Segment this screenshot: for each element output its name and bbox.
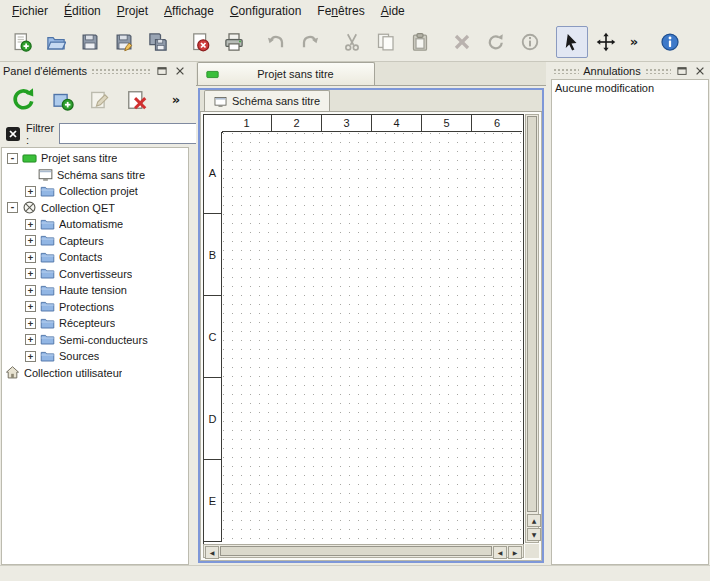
tree-item-sources[interactable]: +Sources	[2, 348, 188, 365]
paste-button[interactable]	[404, 26, 436, 58]
workspace: Projet sans titre Schéma sans titre 12	[196, 62, 546, 565]
file-new-button[interactable]	[6, 26, 38, 58]
tab-projet-sans-titre[interactable]: Projet sans titre	[197, 62, 375, 85]
move-button[interactable]	[590, 26, 622, 58]
menu-edition[interactable]: Édition	[56, 2, 109, 20]
schema-canvas[interactable]	[223, 133, 522, 543]
menu-affichage[interactable]: Affichage	[156, 2, 222, 20]
schema-paper: 123456 ABCDE	[203, 114, 524, 545]
tree-item-collection-qet[interactable]: -Collection QET	[2, 200, 188, 217]
undo-button[interactable]	[260, 26, 292, 58]
vertical-scrollbar-thumb[interactable]	[527, 116, 537, 512]
tree-item-label: Automatisme	[59, 218, 123, 230]
save-as-icon	[114, 32, 134, 52]
filter-input[interactable]	[59, 123, 209, 144]
close-button[interactable]	[693, 64, 707, 78]
menu-projet[interactable]: Projet	[109, 2, 156, 20]
file-close-icon	[190, 32, 210, 52]
info-blue-button[interactable]	[654, 26, 686, 58]
save-button[interactable]	[74, 26, 106, 58]
menu-fichier[interactable]: Fichier	[4, 2, 56, 20]
scroll-right-button[interactable]: ▶	[508, 546, 522, 559]
main-toolbar: »	[0, 22, 710, 62]
cut-button[interactable]	[336, 26, 368, 58]
tree-item-schema-sans-titre[interactable]: Schéma sans titre	[2, 167, 188, 184]
tree-item-label: Collection QET	[41, 202, 115, 214]
project-tabbar: Projet sans titre	[196, 62, 546, 86]
expand-icon[interactable]: +	[25, 318, 36, 329]
tree-item-recepteurs[interactable]: +Récepteurs	[2, 315, 188, 332]
element-delete-button[interactable]	[121, 84, 153, 116]
float-button[interactable]	[675, 64, 689, 78]
scroll-left-button[interactable]: ◀	[493, 546, 507, 559]
home-icon	[5, 365, 20, 380]
tree-item-contacts[interactable]: +Contacts	[2, 249, 188, 266]
collapse-icon[interactable]: -	[7, 202, 18, 213]
cut-icon	[342, 32, 362, 52]
menu-configuration[interactable]: Configuration	[222, 2, 309, 20]
filter-clear-button[interactable]	[5, 124, 21, 144]
expand-icon[interactable]: +	[25, 334, 36, 345]
elements-panel-titlebar[interactable]: Panel d'éléments	[0, 62, 190, 79]
expand-icon[interactable]: +	[25, 252, 36, 263]
tree-item-label: Collection utilisateur	[24, 367, 122, 379]
column-headers: 123456	[222, 115, 522, 132]
panel-overflow-button[interactable]: »	[167, 84, 185, 116]
vertical-scrollbar[interactable]: ▲ ▼	[525, 114, 539, 543]
tree-item-haute-tension[interactable]: +Haute tension	[2, 282, 188, 299]
menu-fenetres[interactable]: Fenêtres	[309, 2, 372, 20]
menu-aide[interactable]: Aide	[373, 2, 413, 20]
tree-item-automatisme[interactable]: +Automatisme	[2, 216, 188, 233]
folder-icon	[40, 233, 55, 248]
save-all-button[interactable]	[142, 26, 174, 58]
overflow-button[interactable]: »	[624, 26, 644, 58]
reload-button[interactable]	[5, 81, 42, 118]
delete-button[interactable]	[446, 26, 478, 58]
undo-panel-titlebar[interactable]: Annulations	[550, 62, 710, 79]
tab-schema-sans-titre[interactable]: Schéma sans titre	[204, 90, 330, 111]
rotate-icon	[486, 32, 506, 52]
tree-item-capteurs[interactable]: +Capteurs	[2, 233, 188, 250]
undo-icon	[266, 32, 286, 52]
tree-item-semi-conducteurs[interactable]: +Semi-conducteurs	[2, 332, 188, 349]
expand-icon[interactable]: +	[25, 301, 36, 312]
folder-icon	[40, 217, 55, 232]
save-as-button[interactable]	[108, 26, 140, 58]
tree-item-convertisseurs[interactable]: +Convertisseurs	[2, 266, 188, 283]
pointer-button[interactable]	[556, 26, 588, 58]
scroll-up-button[interactable]: ▲	[527, 514, 541, 527]
expand-icon[interactable]: +	[25, 219, 36, 230]
copy-button[interactable]	[370, 26, 402, 58]
tree-item-projet-sans-titre[interactable]: -Projet sans titre	[2, 150, 188, 167]
arrow-up-icon: ▲	[532, 518, 537, 524]
float-button[interactable]	[155, 64, 169, 78]
menu-bar: FichierÉditionProjetAffichageConfigurati…	[0, 0, 710, 22]
horizontal-scrollbar-thumb[interactable]	[220, 546, 492, 556]
info-gray-button[interactable]	[514, 26, 546, 58]
tree-item-collection-utilisateur[interactable]: Collection utilisateur	[2, 365, 188, 382]
expand-icon[interactable]: +	[25, 351, 36, 362]
rotate-button[interactable]	[480, 26, 512, 58]
tree-item-protections[interactable]: +Protections	[2, 299, 188, 316]
redo-button[interactable]	[294, 26, 326, 58]
arrow-left-icon: ◀	[498, 550, 503, 556]
scroll-down-button[interactable]: ▼	[527, 528, 541, 541]
scroll-left-button[interactable]: ◀	[205, 546, 219, 559]
expand-icon[interactable]: +	[25, 186, 36, 197]
close-button[interactable]	[173, 64, 187, 78]
expand-icon[interactable]: +	[25, 235, 36, 246]
collapse-icon[interactable]: -	[7, 153, 18, 164]
arrow-right-icon: ▶	[513, 550, 518, 556]
horizontal-scrollbar[interactable]: ◀ ◀ ▶	[203, 544, 524, 558]
folder-icon	[40, 266, 55, 281]
tree-item-collection-projet[interactable]: +Collection projet	[2, 183, 188, 200]
expand-icon[interactable]: +	[25, 285, 36, 296]
folder-open-button[interactable]	[40, 26, 72, 58]
print-button[interactable]	[218, 26, 250, 58]
element-new-button[interactable]	[47, 84, 79, 116]
file-close-button[interactable]	[184, 26, 216, 58]
expand-icon[interactable]: +	[25, 268, 36, 279]
schema-icon	[38, 167, 53, 182]
folder-icon	[40, 349, 55, 364]
element-edit-button[interactable]	[84, 84, 116, 116]
